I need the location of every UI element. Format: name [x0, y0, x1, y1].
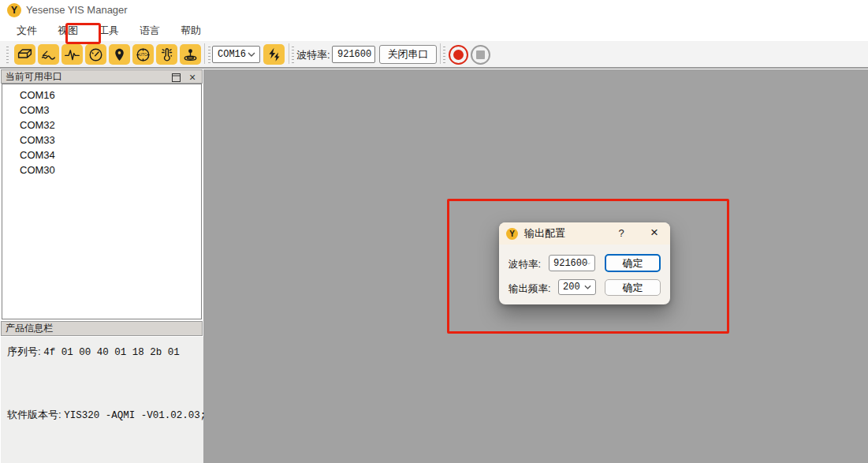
- toolbar-separator: [289, 43, 289, 64]
- spike-waveform-button[interactable]: [61, 44, 83, 65]
- menu-file[interactable]: 文件: [6, 21, 47, 41]
- dialog-title: 输出配置: [524, 226, 565, 241]
- location-pin-icon: [111, 47, 128, 63]
- dialog-freq-value: 200: [559, 282, 584, 293]
- port-list-item[interactable]: COM34: [2, 147, 201, 162]
- port-list-item[interactable]: COM33: [2, 133, 201, 147]
- dialog-baud-value: 921600: [549, 258, 587, 269]
- ports-panel-title: 当前可用串口: [6, 71, 62, 82]
- info-panel-title: 产品信息栏: [6, 323, 53, 334]
- utc-clock-button[interactable]: UTC: [132, 44, 154, 65]
- temperature-button[interactable]: [156, 44, 177, 65]
- menu-language[interactable]: 语言: [129, 21, 170, 41]
- output-config-dialog: Y 输出配置 ? × 波特率: 921600 确定 输出频率: 200 确定: [499, 222, 670, 304]
- chevron-down-icon: [584, 285, 591, 289]
- title-bar: Y Yesense YIS Manager: [0, 0, 868, 21]
- dialog-close-button[interactable]: ×: [643, 222, 666, 245]
- refresh-ports-button[interactable]: [263, 44, 285, 65]
- utc-clock-icon: UTC: [135, 47, 151, 63]
- software-version-label: 软件版本号:: [7, 409, 61, 420]
- info-panel-body: 序列号: 4f 01 00 40 01 18 2b 01 软件版本号: YIS3…: [1, 337, 203, 463]
- ports-panel-titlebar: 当前可用串口 ×: [1, 69, 203, 84]
- baud-rate-value: 921600: [333, 49, 371, 60]
- port-list-item[interactable]: COM30: [2, 162, 201, 177]
- menu-bar: 文件 视图 工具 语言 帮助: [0, 21, 868, 41]
- float-panel-button[interactable]: [170, 71, 182, 84]
- baud-rate-select[interactable]: 921600: [332, 46, 375, 63]
- serial-number-label: 序列号:: [7, 345, 41, 357]
- gauge-icon: [88, 47, 104, 63]
- serial-number-value: 4f 01 00 40 01 18 2b 01: [43, 347, 180, 358]
- menu-view[interactable]: 视图: [47, 21, 88, 41]
- app-logo-icon: Y: [7, 3, 21, 17]
- dialog-baud-confirm-button[interactable]: 确定: [605, 254, 661, 272]
- location-button[interactable]: [109, 44, 130, 65]
- baud-rate-label: 波特率:: [296, 41, 330, 69]
- software-version-value: YIS320 -AQMI -V01.02.03;: [64, 410, 206, 421]
- record-icon: [453, 50, 464, 60]
- svg-text:UTC: UTC: [140, 53, 147, 57]
- dialog-freq-select[interactable]: 200: [558, 279, 596, 295]
- chevron-down-icon: [587, 261, 590, 266]
- temperature-icon: [158, 47, 175, 63]
- toolbar-drag-handle[interactable]: [443, 47, 445, 64]
- menu-tools[interactable]: 工具: [88, 21, 129, 41]
- port-list-item[interactable]: COM3: [2, 103, 201, 118]
- joystick-icon: [182, 47, 199, 63]
- dialog-baud-select[interactable]: 921600: [549, 255, 595, 271]
- port-select-value: COM16: [213, 49, 248, 60]
- toolbar-drag-handle[interactable]: [208, 47, 210, 64]
- app-window: Y Yesense YIS Manager 文件 视图 工具 语言 帮助 UTC: [0, 0, 868, 463]
- ports-list: COM16 COM3 COM32 COM33 COM34 COM30: [2, 84, 202, 319]
- port-select[interactable]: COM16: [212, 46, 260, 63]
- info-panel-titlebar: 产品信息栏: [1, 321, 203, 336]
- gauge-button[interactable]: [85, 44, 106, 65]
- stop-icon: [476, 50, 485, 59]
- dialog-freq-label: 输出频率:: [509, 282, 550, 296]
- toolbar-drag-handle[interactable]: [292, 47, 294, 64]
- port-list-item[interactable]: COM32: [2, 118, 201, 133]
- window-title: Yesense YIS Manager: [26, 0, 128, 21]
- spike-waveform-icon: [64, 47, 80, 63]
- dialog-baud-label: 波特率:: [509, 258, 541, 271]
- close-serial-button[interactable]: 关闭串口: [379, 45, 437, 64]
- dialog-help-button[interactable]: ?: [611, 222, 631, 245]
- cube-3d-button[interactable]: [14, 44, 35, 65]
- cube-3d-icon: [17, 47, 33, 63]
- toolbar: UTC COM16 波特率: 921600 关闭串口: [0, 41, 868, 69]
- software-version-row: 软件版本号: YIS320 -AQMI -V01.02.03;: [7, 408, 206, 422]
- toolbar-separator: [204, 43, 205, 64]
- serial-number-row: 序列号: 4f 01 00 40 01 18 2b 01: [7, 345, 180, 359]
- float-icon: [172, 73, 181, 82]
- joystick-button[interactable]: [180, 44, 201, 65]
- menu-help[interactable]: 帮助: [170, 21, 211, 41]
- attitude-waveform-icon: [40, 47, 57, 63]
- toolbar-separator: [440, 43, 441, 64]
- chevron-down-icon: [248, 52, 255, 57]
- attitude-waveform-button[interactable]: [38, 44, 59, 65]
- dialog-titlebar[interactable]: Y 输出配置 ? ×: [499, 222, 670, 245]
- stop-button[interactable]: [471, 45, 490, 65]
- toolbar-drag-handle[interactable]: [6, 47, 9, 64]
- record-button[interactable]: [449, 45, 468, 65]
- dialog-freq-confirm-button[interactable]: 确定: [605, 279, 661, 296]
- port-list-item[interactable]: COM16: [2, 88, 201, 103]
- close-panel-button[interactable]: ×: [186, 71, 199, 84]
- dialog-logo-icon: Y: [506, 228, 518, 240]
- double-lightning-icon: [266, 47, 282, 63]
